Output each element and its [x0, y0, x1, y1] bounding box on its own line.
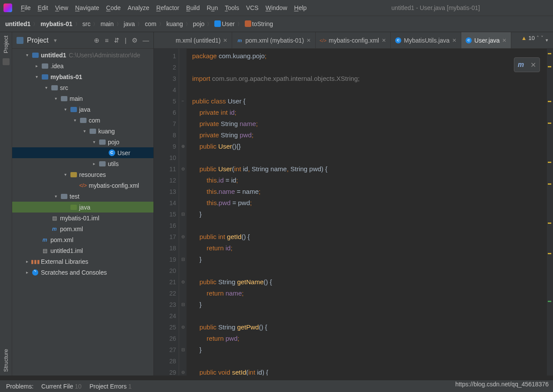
maven-hint-card[interactable]: m ✕ — [514, 57, 540, 72]
fold-column[interactable]: −⊕⊖⊟⊖⊟⊖⊟⊖⊟⊖ — [179, 49, 187, 375]
error-stripe[interactable] — [547, 49, 553, 375]
tree-item-user[interactable]: CUser — [12, 147, 153, 158]
locate-icon[interactable]: ⊕ — [94, 37, 100, 44]
code-line[interactable] — [192, 220, 547, 231]
fold-marker-icon[interactable]: ⊖ — [179, 276, 187, 288]
project-errors-label[interactable]: Project Errors 1 — [90, 383, 132, 390]
collapse-icon[interactable]: ⇵ — [114, 37, 120, 44]
menu-build[interactable]: Build — [186, 4, 200, 11]
line-number[interactable]: 26 — [154, 333, 176, 344]
line-number[interactable]: 22 — [154, 288, 176, 299]
tree-arrow-icon[interactable] — [62, 107, 69, 112]
line-number[interactable]: 16 — [154, 220, 176, 231]
menu-window[interactable]: Window — [266, 4, 287, 11]
code-line[interactable]: package com.kuang.pojo; — [192, 50, 547, 62]
line-number[interactable]: 24 — [154, 310, 176, 322]
menu-analyze[interactable]: Analyze — [128, 4, 150, 11]
fold-marker-icon[interactable]: ⊖ — [179, 367, 187, 375]
problems-label[interactable]: Problems: — [6, 383, 33, 390]
code-line[interactable]: public String getName() { — [192, 276, 547, 288]
tab-user-java[interactable]: CUser.java✕ — [461, 32, 511, 48]
menu-navigate[interactable]: Navigate — [75, 4, 99, 11]
code-line[interactable]: public class User { — [192, 96, 547, 107]
line-number[interactable]: 20 — [154, 265, 176, 276]
tree-item-untitled1-iml[interactable]: ▤untitled1.iml — [12, 245, 153, 256]
code-line[interactable]: } — [192, 209, 547, 220]
line-number[interactable]: 6 — [154, 107, 176, 118]
tree-arrow-icon[interactable] — [62, 172, 69, 177]
code-line[interactable] — [192, 355, 547, 367]
breadcrumb-item[interactable]: java — [124, 20, 135, 27]
breadcrumb-item[interactable]: toString — [245, 20, 273, 27]
breadcrumb-item[interactable]: User — [214, 20, 235, 27]
code-line[interactable] — [192, 265, 547, 276]
tree-item-pojo[interactable]: pojo — [12, 136, 153, 147]
tab-pom-xml-mybatis-01-[interactable]: mpom.xml (mybatis-01)✕ — [232, 32, 316, 48]
close-icon[interactable]: ✕ — [382, 37, 386, 43]
code-line[interactable]: } — [192, 299, 547, 310]
tree-arrow-icon[interactable] — [71, 118, 78, 123]
line-number[interactable]: 15 — [154, 209, 176, 220]
line-number[interactable]: 14 — [154, 197, 176, 209]
fold-marker-icon[interactable]: ⊖ — [179, 322, 187, 333]
breadcrumb-item[interactable]: kuang — [167, 20, 183, 27]
line-number[interactable]: 12 — [154, 175, 176, 186]
line-number[interactable]: 21 — [154, 276, 176, 288]
tree-arrow-icon[interactable] — [81, 129, 88, 133]
fold-marker-icon[interactable]: ⊖ — [179, 231, 187, 243]
code-text[interactable]: package com.kuang.pojo; import com.sun.o… — [187, 49, 547, 375]
breadcrumb-item[interactable]: mybatis-01 — [40, 20, 72, 27]
structure-tool-tab[interactable]: Structure — [3, 349, 9, 372]
inspection-widget[interactable]: ▲ 10 ˄ ˅ — [521, 35, 543, 41]
tree-item-resources[interactable]: resources — [12, 169, 153, 180]
close-icon[interactable]: ✕ — [306, 37, 311, 43]
code-line[interactable]: private int id; — [192, 107, 547, 118]
expand-icon[interactable]: ≡ — [105, 37, 109, 44]
breadcrumb-item[interactable]: src — [83, 20, 91, 27]
code-line[interactable]: private String name; — [192, 118, 547, 130]
line-number[interactable]: 23 — [154, 299, 176, 310]
code-line[interactable]: public void setId(int id) { — [192, 367, 547, 375]
code-line[interactable] — [192, 62, 547, 73]
fold-marker-icon[interactable]: ⊟ — [179, 209, 187, 220]
tree-arrow-icon[interactable] — [90, 161, 97, 166]
menu-refactor[interactable]: Refactor — [156, 4, 179, 11]
tree-item-mybatis-01-iml[interactable]: ▤mybatis-01.iml — [12, 213, 153, 223]
tree-arrow-icon[interactable] — [52, 96, 59, 101]
hide-icon[interactable]: — — [143, 37, 149, 44]
fold-marker-icon[interactable]: ⊕ — [179, 141, 187, 152]
line-number[interactable]: 5 — [154, 96, 176, 107]
tree-arrow-icon[interactable] — [52, 194, 59, 199]
tree-item-test[interactable]: test — [12, 191, 153, 202]
code-line[interactable]: this.name = name; — [192, 186, 547, 197]
line-number[interactable]: 29 — [154, 367, 176, 375]
gutter[interactable]: 1234567891011121314151617181920212223242… — [154, 49, 179, 375]
code-line[interactable]: public User(int id, String name, String … — [192, 163, 547, 175]
tree-arrow-icon[interactable] — [23, 270, 30, 275]
fold-marker-icon[interactable]: ⊟ — [179, 299, 187, 310]
tree-item-kuang[interactable]: kuang — [12, 126, 153, 136]
fold-marker-icon[interactable]: ⊟ — [179, 254, 187, 265]
menu-code[interactable]: Code — [106, 4, 120, 11]
tree-item-external-libraries[interactable]: ▮▮▮External Libraries — [12, 256, 153, 267]
tree-arrow-icon[interactable] — [43, 85, 50, 90]
close-icon[interactable]: ✕ — [530, 61, 536, 69]
line-number[interactable]: 2 — [154, 62, 176, 73]
code-area[interactable]: 1234567891011121314151617181920212223242… — [154, 49, 553, 375]
close-icon[interactable]: ✕ — [502, 37, 506, 43]
tree-item--idea[interactable]: .idea — [12, 60, 153, 71]
breadcrumb-item[interactable]: main — [100, 20, 113, 27]
tree-item-src[interactable]: src — [12, 82, 153, 93]
sidebar-dropdown-icon[interactable]: ▼ — [53, 38, 58, 43]
code-line[interactable]: this.id = id; — [192, 175, 547, 186]
breadcrumb-item[interactable]: untitled1 — [5, 20, 30, 27]
tree-arrow-icon[interactable] — [90, 140, 97, 144]
line-number[interactable]: 25 — [154, 322, 176, 333]
line-number[interactable]: 4 — [154, 84, 176, 96]
tab-mybatisutils-java[interactable]: CMybatisUtils.java✕ — [391, 32, 461, 48]
menu-vcs[interactable]: VCS — [246, 4, 259, 11]
tree-item-main[interactable]: main — [12, 93, 153, 104]
tree-item-mybatis-01[interactable]: mybatis-01 — [12, 71, 153, 82]
tree-item-java[interactable]: java — [12, 104, 153, 115]
settings-icon[interactable]: ⚙ — [132, 37, 137, 44]
